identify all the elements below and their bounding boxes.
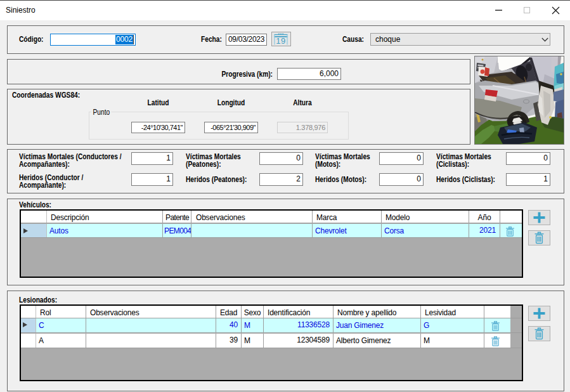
svg-text:19: 19 (276, 36, 285, 45)
